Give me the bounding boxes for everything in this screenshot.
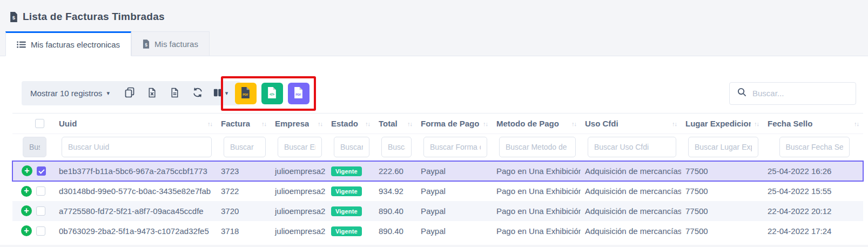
cell-empresa: julioempresa2 <box>271 181 327 201</box>
export-pdf-yellow-button[interactable]: PDF <box>235 83 257 104</box>
toolbar-button-group: Mostrar 10 registros ▾ ▾ <box>22 81 240 105</box>
export-button-group: PDF </> PDF <box>235 83 309 104</box>
status-badge: Vigente <box>331 186 362 196</box>
filter-metodo-de-pago-input[interactable] <box>499 137 576 157</box>
cell-uso-cfdi: Adquisición de mercancías <box>581 181 681 201</box>
table-header-row: Uuid↑↓ Factura↑↓ Empresa↑↓ Estado↑↓ Tota… <box>12 114 863 134</box>
column-header-empresa[interactable]: Empresa↑↓ <box>271 114 327 134</box>
expand-row-icon[interactable] <box>21 205 32 216</box>
expand-row-icon[interactable] <box>22 165 32 176</box>
search-icon <box>737 88 746 99</box>
cell-fecha-sello: 25-04-2022 15:55 <box>763 181 863 201</box>
svg-text:PDF: PDF <box>296 92 302 96</box>
filter-fecha-sello-input[interactable] <box>779 137 850 157</box>
tabbar: Mis facturas electronicas $ Mis facturas <box>0 31 868 56</box>
row-checkbox[interactable] <box>37 166 46 176</box>
table-toolbar: Mostrar 10 registros ▾ ▾ PDF <box>12 81 863 105</box>
export-excel-button[interactable] <box>141 88 164 99</box>
expand-row-icon[interactable] <box>21 225 32 236</box>
column-header-metodo-de-pago[interactable]: Metodo de Pago↑↓ <box>492 114 581 134</box>
svg-text:PDF: PDF <box>243 92 249 96</box>
column-header-factura[interactable]: Factura↑↓ <box>217 114 271 134</box>
filter-total-input[interactable] <box>381 137 412 157</box>
select-all-checkbox[interactable] <box>35 119 44 128</box>
sort-icon: ↑↓ <box>568 121 576 127</box>
refresh-icon <box>192 87 203 99</box>
filter-empresa-input[interactable] <box>278 137 322 157</box>
status-badge: Vigente <box>331 206 362 216</box>
cell-lugar-expedicion: 77500 <box>681 201 763 221</box>
tab-panel: Mostrar 10 registros ▾ ▾ PDF <box>0 56 868 245</box>
cell-forma-de-pago: Paypal <box>416 221 492 241</box>
column-header-uuid[interactable]: Uuid↑↓ <box>55 114 217 134</box>
cell-factura: 3718 <box>217 221 271 241</box>
cell-factura: 3720 <box>217 201 271 221</box>
column-header-estado[interactable]: Estado↑↓ <box>327 114 374 134</box>
sort-icon: ↑↓ <box>751 121 759 127</box>
pdf-file-icon: PDF <box>241 87 250 100</box>
expand-row-icon[interactable] <box>21 186 32 197</box>
cell-total: 934.92 <box>374 181 416 201</box>
cell-forma-de-pago: Paypal <box>416 161 492 181</box>
export-xml-green-button[interactable]: </> <box>261 83 283 104</box>
export-file-button[interactable] <box>164 88 186 99</box>
invoice-dollar-icon: $ <box>10 12 18 22</box>
page-title: Lista de Facturas Timbradas <box>23 11 165 23</box>
filter-factura-input[interactable] <box>224 137 266 157</box>
column-header-total[interactable]: Total↑↓ <box>374 114 416 134</box>
column-header-lugar-expedicion[interactable]: Lugar Expedicion↑↓ <box>681 114 763 134</box>
table-row[interactable]: a7725580-fd72-5f21-a8f7-09aca45ccdfe 372… <box>12 201 863 221</box>
cell-factura: 3723 <box>217 161 271 181</box>
svg-text:$: $ <box>12 15 16 21</box>
sort-icon: ↑↓ <box>669 121 677 127</box>
export-pdf-purple-button[interactable]: PDF <box>288 83 309 104</box>
caret-down-icon: ▾ <box>225 90 228 97</box>
page-header: $ Lista de Facturas Timbradas <box>0 0 868 31</box>
cell-empresa: julioempresa2 <box>271 221 327 241</box>
cell-total: 890.40 <box>374 201 416 221</box>
cell-metodo-de-pago: Pago en Una Exhibición <box>492 181 581 201</box>
status-badge: Vigente <box>331 226 362 236</box>
filter-uuid-input[interactable] <box>62 137 212 157</box>
cell-forma-de-pago: Paypal <box>416 181 492 201</box>
row-checkbox[interactable] <box>36 226 45 236</box>
invoice-dollar-icon: $ <box>143 39 150 49</box>
cell-total: 222.60 <box>374 161 416 181</box>
copy-icon <box>124 87 135 99</box>
invoices-table: Uuid↑↓ Factura↑↓ Empresa↑↓ Estado↑↓ Tota… <box>12 113 864 241</box>
cell-uso-cfdi: Adquisición de mercancías <box>581 201 681 221</box>
filter-estado-input[interactable] <box>334 137 369 157</box>
filter-uso-cfdi-input[interactable] <box>588 137 676 157</box>
cell-lugar-expedicion: 77500 <box>681 161 763 181</box>
table-row[interactable]: be1b377f-b11a-5bc6-967a-2a75ccbf1773 372… <box>12 161 863 181</box>
sort-icon: ↑↓ <box>258 121 266 127</box>
row-checkbox[interactable] <box>36 206 45 216</box>
tab-mis-facturas[interactable]: $ Mis facturas <box>131 31 210 56</box>
show-entries-dropdown[interactable]: Mostrar 10 registros ▾ <box>30 89 110 98</box>
cell-empresa: julioempresa2 <box>271 201 327 221</box>
cell-fecha-sello: 22-04-2022 17:24 <box>763 221 863 241</box>
cell-fecha-sello: 25-04-2022 16:26 <box>763 161 863 181</box>
table-row[interactable]: 0b763029-2ba2-5f1a-9473-c1072ad32fe5 371… <box>12 221 863 241</box>
cell-uso-cfdi: Adquisición de mercancías <box>581 161 681 181</box>
column-header-uso-cfdi[interactable]: Uso Cfdi↑↓ <box>581 114 681 134</box>
row-checkbox[interactable] <box>36 186 45 196</box>
copy-button[interactable] <box>118 87 141 99</box>
sort-icon: ↑↓ <box>404 121 412 127</box>
cell-metodo-de-pago: Pago en Una Exhibición <box>492 221 581 241</box>
cell-uuid: 0b763029-2ba2-5f1a-9473-c1072ad32fe5 <box>55 221 217 241</box>
sort-icon: ↑↓ <box>314 121 322 127</box>
refresh-button[interactable] <box>186 87 209 99</box>
cell-uuid: be1b377f-b11a-5bc6-967a-2a75ccbf1773 <box>55 161 217 181</box>
filter-select-input <box>23 137 46 157</box>
search-input[interactable] <box>752 89 848 98</box>
table-row[interactable]: d30148bd-99e0-577c-b0ac-3435e82e7fab 372… <box>12 181 863 201</box>
cell-uuid: d30148bd-99e0-577c-b0ac-3435e82e7fab <box>55 181 217 201</box>
column-header-forma-de-pago[interactable]: Forma de Pago↑↓ <box>416 114 492 134</box>
filter-lugar-expedicion-input[interactable] <box>688 137 758 157</box>
tab-mis-facturas-electronicas[interactable]: Mis facturas electronicas <box>5 31 131 56</box>
column-visibility-button[interactable]: ▾ <box>209 88 232 99</box>
column-header-fecha-sello[interactable]: Fecha Sello↑↓ <box>763 114 863 134</box>
filter-forma-de-pago-input[interactable] <box>423 137 487 157</box>
cell-metodo-de-pago: Pago en Una Exhibición <box>492 201 581 221</box>
